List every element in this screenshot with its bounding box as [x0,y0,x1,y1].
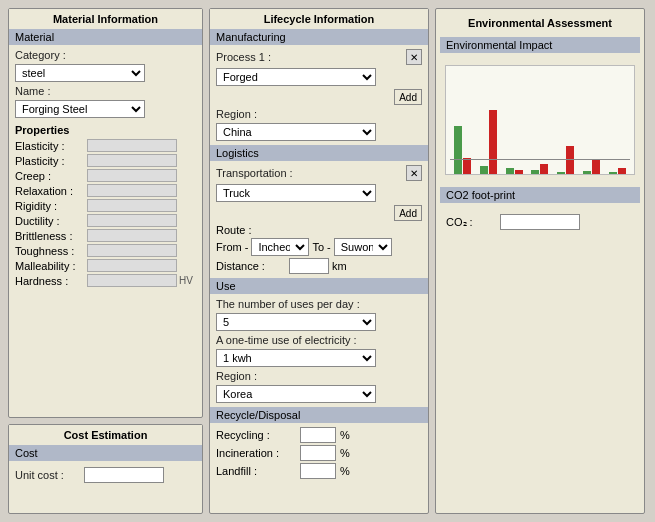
incineration-label: Incineration : [216,447,296,459]
bar-chart [446,66,634,174]
recycling-input[interactable]: 82 [300,427,336,443]
hardness-unit: HV [179,275,193,286]
env-impact-chart [445,65,635,175]
cost-panel: Cost Estimation Cost Unit cost : 32.17 $… [8,424,203,514]
ductility-label: Ductility : [15,215,87,227]
route-from-label: From - [216,241,248,253]
cost-panel-title: Cost Estimation [9,425,202,445]
bar-red [463,158,471,174]
bar-group [506,168,523,174]
distance-label: Distance : [216,260,286,272]
bar-green [480,166,488,174]
malleability-bar [87,259,177,272]
elasticity-bar [87,139,177,152]
use-region-label: Region : [216,370,422,382]
env-panel-title: Environmental Assessment [440,13,640,33]
bar-red [489,110,497,174]
landfill-label: Landfill : [216,465,296,477]
co2-header: CO2 foot-print [440,187,640,203]
hardness-label: Hardness : [15,275,87,287]
bar-group [557,146,574,174]
brittleness-label: Brittleness : [15,230,87,242]
use-section: Use The number of uses per day : 5 A one… [210,278,428,403]
name-select[interactable]: Forging Steel [15,100,145,118]
rigidity-row: Rigidity : [15,199,196,212]
manufacturing-section: Manufacturing Process 1 : ✕ Forged Add R… [210,29,428,141]
creep-label: Creep : [15,170,87,182]
unit-cost-label: Unit cost : [15,469,80,481]
creep-row: Creep : [15,169,196,182]
transport-select[interactable]: Truck [216,184,376,202]
env-impact-header: Environmental Impact [440,37,640,53]
env-panel: Environmental Assessment Environmental I… [435,8,645,514]
rigidity-label: Rigidity : [15,200,87,212]
ductility-row: Ductility : [15,214,196,227]
plasticity-row: Plasticity : [15,154,196,167]
landfill-unit: % [340,465,350,477]
bar-green [557,172,565,174]
uses-per-day-select[interactable]: 5 [216,313,376,331]
distance-unit: km [332,260,347,272]
toughness-label: Toughness : [15,245,87,257]
plasticity-label: Plasticity : [15,155,87,167]
landfill-input[interactable]: 8 [300,463,336,479]
use-region-select[interactable]: Korea [216,385,376,403]
category-label: Category : [15,49,80,61]
name-label: Name : [15,85,80,97]
toughness-row: Toughness : [15,244,196,257]
creep-bar [87,169,177,182]
bar-red [566,146,574,174]
co2-input[interactable]: 483 g [500,214,580,230]
bar-green [506,168,514,174]
hardness-row: Hardness : HV [15,274,196,287]
process1-remove-btn[interactable]: ✕ [406,49,422,65]
ductility-bar [87,214,177,227]
material-panel-title: Material Information [9,9,202,29]
malleability-row: Malleability : [15,259,196,272]
logistics-add-btn[interactable]: Add [394,205,422,221]
distance-input[interactable]: 62 [289,258,329,274]
electricity-label: A one-time use of electricity : [216,334,422,346]
bar-red [618,168,626,174]
recycling-label: Recycling : [216,429,296,441]
bar-red [540,164,548,174]
electricity-select[interactable]: 1 kwh [216,349,376,367]
logistics-section: Logistics Transportation : ✕ Truck Add R… [210,145,428,274]
brittleness-bar [87,229,177,242]
incineration-input[interactable]: 10 [300,445,336,461]
mfg-region-select[interactable]: China [216,123,376,141]
malleability-label: Malleability : [15,260,87,272]
bar-green [609,172,617,174]
use-header: Use [210,278,428,294]
route-to-select[interactable]: Suwon [334,238,392,256]
relaxation-bar [87,184,177,197]
bar-green [531,170,539,174]
rigidity-bar [87,199,177,212]
relaxation-row: Relaxation : [15,184,196,197]
elasticity-row: Elasticity : [15,139,196,152]
x-axis-line [450,159,630,160]
lifecycle-panel-title: Lifecycle Information [210,9,428,29]
hardness-bar [87,274,177,287]
cost-section-header: Cost [9,445,202,461]
brittleness-row: Brittleness : [15,229,196,242]
plasticity-bar [87,154,177,167]
category-select[interactable]: steel [15,64,145,82]
route-from-select[interactable]: Incheon [251,238,309,256]
mfg-region-label: Region : [216,108,422,120]
lifecycle-panel: Lifecycle Information Manufacturing Proc… [209,8,429,514]
process1-select[interactable]: Forged [216,68,376,86]
relaxation-label: Relaxation : [15,185,87,197]
unit-cost-input[interactable]: 32.17 $/m³ [84,467,164,483]
co2-label: CO₂ : [446,216,496,229]
manufacturing-add-btn[interactable]: Add [394,89,422,105]
incineration-unit: % [340,447,350,459]
logistics-header: Logistics [210,145,428,161]
process1-label: Process 1 : [216,51,271,63]
recycle-section: Recycle/Disposal Recycling : 82 % Incine… [210,407,428,479]
transport-remove-btn[interactable]: ✕ [406,165,422,181]
bar-green [454,126,462,174]
bar-red [515,170,523,174]
bar-green [583,171,591,174]
bar-group [531,164,548,174]
